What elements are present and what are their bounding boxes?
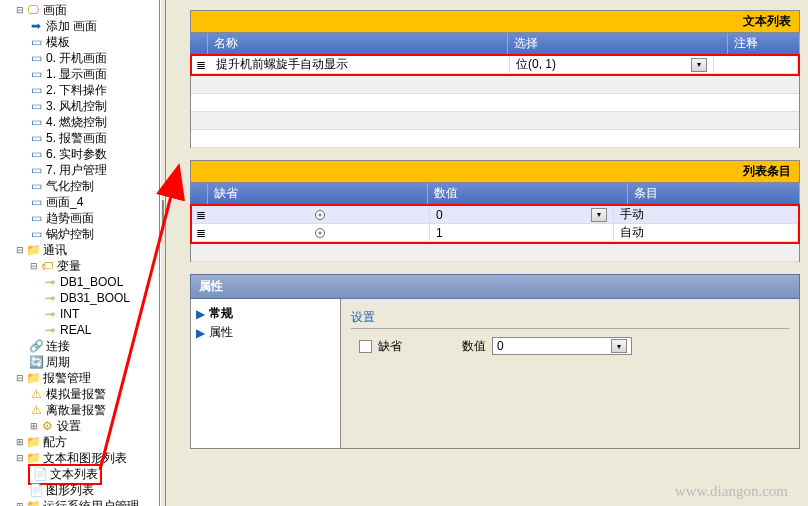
collapse-icon[interactable]: ⊟ [28,261,39,272]
nav-general[interactable]: ▶常规 [196,304,335,323]
list-icon: 📄 [32,467,48,481]
tree-node-cycle[interactable]: 🔄周期 [0,354,159,370]
settings-icon: ⚙ [39,419,55,433]
cell-select[interactable]: 位(0, 1)▾ [510,56,714,73]
text-list-title: 文本列表 [190,10,800,33]
screen-icon: ▭ [28,67,44,81]
col-comment[interactable]: 注释 [728,33,800,54]
add-icon: ➡ [28,19,44,33]
cell-default[interactable] [210,206,430,223]
cell-entry[interactable]: 自动 [614,224,798,241]
tree-node-graphic-list[interactable]: 📄图形列表 [0,482,159,498]
dropdown-icon[interactable]: ▾ [611,339,627,353]
folder-icon: 📁 [25,371,41,385]
collapse-icon[interactable]: ⊟ [14,5,25,16]
tree-node-settings[interactable]: ⊞⚙设置 [0,418,159,434]
collapse-icon[interactable]: ⊟ [14,245,25,256]
tree-node-screen-9[interactable]: ▭画面_4 [0,194,159,210]
tree-node-alarm[interactable]: ⊟📁报警管理 [0,370,159,386]
cell-entry[interactable]: 手动 [614,206,798,223]
expand-icon[interactable]: ⊞ [14,437,25,448]
expand-icon[interactable]: ⊞ [14,501,25,507]
template-icon: ▭ [28,35,44,49]
alarm-icon: ⚠ [28,403,44,417]
arrow-icon: ▶ [196,307,205,321]
list-entry-row[interactable]: ≣ 1 自动 [192,224,798,242]
empty-row [191,244,799,262]
tree-node-screen-2[interactable]: ▭2. 下料操作 [0,82,159,98]
tree-node-screen-1[interactable]: ▭1. 显示画面 [0,66,159,82]
screen-icon: ▭ [28,83,44,97]
tree-node-recipe[interactable]: ⊞📁配方 [0,434,159,450]
variables-icon: 🏷 [39,259,55,273]
tree-node-screen-10[interactable]: ▭趋势画面 [0,210,159,226]
expand-icon[interactable]: ⊞ [28,421,39,432]
tree-node-text-list[interactable]: 📄文本列表 [0,466,159,482]
text-list-header: 名称 选择 注释 [190,33,800,54]
nav-attrs[interactable]: ▶属性 [196,323,335,342]
tag-icon: ⊸ [42,291,58,305]
dropdown-icon[interactable]: ▾ [691,58,707,72]
radio-icon[interactable] [315,228,325,238]
tree-node-connection[interactable]: 🔗连接 [0,338,159,354]
col-default[interactable]: 缺省 [208,183,428,204]
cell-value[interactable]: 0▾ [430,206,614,223]
radio-icon[interactable] [315,210,325,220]
checkbox-icon[interactable] [359,340,372,353]
tree-node-screen-0[interactable]: ▭0. 开机画面 [0,50,159,66]
col-name[interactable]: 名称 [208,33,508,54]
tree-node-screen-5[interactable]: ▭5. 报警画面 [0,130,159,146]
tree-node-var-0[interactable]: ⊸DB1_BOOL [0,274,159,290]
properties-panel: 属性 ▶常规 ▶属性 设置 缺省 数值 0▾ [190,274,800,449]
col-value[interactable]: 数值 [428,183,628,204]
dropdown-icon[interactable]: ▾ [591,208,607,222]
tree-node-screen-7[interactable]: ▭7. 用户管理 [0,162,159,178]
tree-node-vars[interactable]: ⊟🏷变量 [0,258,159,274]
list-entry-grid: 列表条目 缺省 数值 条目 ≣ 0▾ 手动 ≣ [190,160,800,262]
tree-node-screen-4[interactable]: ▭4. 燃烧控制 [0,114,159,130]
empty-row [191,94,799,112]
tree-node-var-1[interactable]: ⊸DB31_BOOL [0,290,159,306]
arrow-icon: ▶ [196,326,205,340]
value-input[interactable]: 0▾ [492,337,632,355]
empty-row [191,112,799,130]
collapse-icon[interactable]: ⊟ [14,373,25,384]
tree-node-screens[interactable]: ⊟🖵画面 [0,2,159,18]
tree-node-add-screen[interactable]: ➡添加 画面 [0,18,159,34]
tree-node-comm[interactable]: ⊟📁通讯 [0,242,159,258]
tree-node-screen-3[interactable]: ▭3. 风机控制 [0,98,159,114]
screen-icon: ▭ [28,99,44,113]
tree-node-analog-alarm[interactable]: ⚠模拟量报警 [0,386,159,402]
folder-icon: 📁 [25,499,41,506]
col-select[interactable]: 选择 [508,33,728,54]
properties-content: 设置 缺省 数值 0▾ [341,299,799,448]
tree-node-discrete-alarm[interactable]: ⚠离散量报警 [0,402,159,418]
cell-value[interactable]: 1 [430,224,614,241]
list-entry-header: 缺省 数值 条目 [190,183,800,204]
tree-node-screen-11[interactable]: ▭锅炉控制 [0,226,159,242]
row-marker-icon: ≣ [192,208,210,222]
empty-row [191,76,799,94]
text-list-row[interactable]: ≣ 提升机前螺旋手自动显示 位(0, 1)▾ [192,56,798,74]
cell-comment[interactable] [714,56,798,73]
default-checkbox[interactable]: 缺省 [359,338,402,355]
cell-name[interactable]: 提升机前螺旋手自动显示 [210,56,510,73]
screen-icon: ▭ [28,163,44,177]
tree-node-screen-8[interactable]: ▭气化控制 [0,178,159,194]
tree-node-runtime-user[interactable]: ⊞📁运行系统用户管理 [0,498,159,506]
tree-node-var-2[interactable]: ⊸INT [0,306,159,322]
tree-node-template[interactable]: ▭模板 [0,34,159,50]
properties-nav[interactable]: ▶常规 ▶属性 [191,299,341,448]
list-icon: 📄 [28,483,44,497]
text-list-grid: 文本列表 名称 选择 注释 ≣ 提升机前螺旋手自动显示 位(0, 1)▾ [190,10,800,148]
col-entry[interactable]: 条目 [628,183,800,204]
project-tree[interactable]: ⊟🖵画面 ➡添加 画面 ▭模板 ▭0. 开机画面 ▭1. 显示画面 ▭2. 下料… [0,0,160,506]
screen-icon: ▭ [28,211,44,225]
properties-title: 属性 [190,274,800,299]
cell-default[interactable] [210,224,430,241]
list-entry-row[interactable]: ≣ 0▾ 手动 [192,206,798,224]
collapse-icon[interactable]: ⊟ [14,453,25,464]
tag-icon: ⊸ [42,323,58,337]
tree-node-screen-6[interactable]: ▭6. 实时参数 [0,146,159,162]
tree-node-var-3[interactable]: ⊸REAL [0,322,159,338]
